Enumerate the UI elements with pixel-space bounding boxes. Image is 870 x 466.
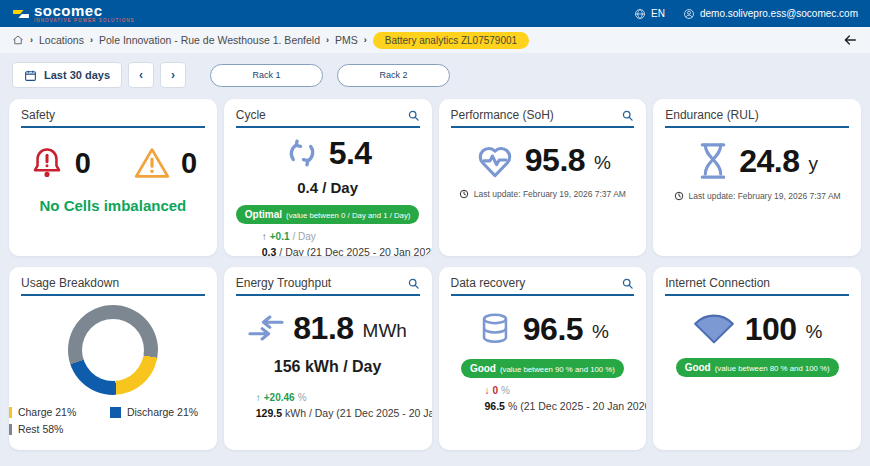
energy-value: 81.8 bbox=[293, 312, 353, 344]
breadcrumb-separator: › bbox=[30, 35, 33, 45]
rest-label: Rest 58% bbox=[18, 423, 64, 435]
data-recovery-unit: % bbox=[592, 321, 609, 343]
breadcrumb-separator: › bbox=[90, 35, 93, 45]
card-energy-throughput: Energy Troughput 81.8 MWh 156 kWh / Day … bbox=[224, 267, 432, 450]
card-internet-connection: Internet Connection 100 % Good (value be… bbox=[653, 267, 861, 450]
magnifier-icon[interactable] bbox=[621, 277, 634, 290]
soh-value: 95.8 bbox=[525, 144, 585, 176]
data-recovery-trend: ↓ 0 % bbox=[485, 385, 635, 396]
internet-value: 100 bbox=[745, 313, 797, 345]
magnifier-icon[interactable] bbox=[407, 277, 420, 290]
rack-1-button[interactable]: Rack 1 bbox=[210, 64, 323, 87]
trend-value: +0.1 bbox=[270, 231, 290, 242]
card-safety-header: Safety bbox=[21, 108, 205, 128]
last-update-text: Last update: February 19, 2026 7:37 AM bbox=[474, 189, 626, 199]
discharge-label: Discharge 21% bbox=[127, 406, 198, 418]
badge-detail: (value between 0 / Day and 1 / Day) bbox=[286, 211, 410, 220]
cycle-status-badge: Optimal (value between 0 / Day and 1 / D… bbox=[236, 205, 420, 224]
language-selector[interactable]: EN bbox=[634, 8, 665, 20]
cycle-refresh-icon bbox=[284, 137, 320, 169]
date-range-button[interactable]: Last 30 days bbox=[12, 62, 122, 88]
breadcrumb-locations[interactable]: Locations bbox=[39, 34, 84, 46]
warning-count: 0 bbox=[181, 147, 197, 180]
card-performance-header: Performance (SoH) bbox=[451, 108, 635, 128]
database-icon bbox=[476, 311, 514, 347]
cycle-value: 5.4 bbox=[329, 137, 372, 169]
card-usage-title: Usage Breakdown bbox=[21, 276, 119, 290]
history-clock-icon bbox=[674, 191, 684, 201]
trend-value: +20.46 bbox=[264, 392, 295, 403]
date-range-label: Last 30 days bbox=[44, 69, 110, 81]
legend-item-discharge: Discharge 21% bbox=[110, 406, 217, 418]
badge-label: Good bbox=[685, 362, 711, 373]
breadcrumb-current-page: Battery analytics ZL07579001 bbox=[373, 32, 529, 49]
filter-toolbar: Last 30 days ‹ › Rack 1 Rack 2 bbox=[12, 62, 858, 88]
brand-tagline: Innovative Power Solutions bbox=[34, 19, 135, 24]
trend-up-icon: ↑ bbox=[256, 392, 261, 403]
magnifier-icon[interactable] bbox=[621, 109, 634, 122]
breadcrumb-pms[interactable]: PMS bbox=[335, 34, 358, 46]
app-header: socomec Innovative Power Solutions EN de… bbox=[0, 0, 870, 27]
charge-swatch bbox=[9, 407, 12, 418]
rack-2-button[interactable]: Rack 2 bbox=[337, 64, 450, 87]
card-endurance-header: Endurance (RUL) bbox=[665, 108, 849, 128]
usage-donut-chart bbox=[68, 305, 158, 395]
home-icon[interactable] bbox=[12, 34, 24, 46]
calendar-icon bbox=[24, 69, 37, 82]
magnifier-icon[interactable] bbox=[407, 109, 420, 122]
legend-item-rest: Rest 58% bbox=[9, 423, 106, 435]
data-recovery-previous-period: 96.5% (21 Dec 2025 - 20 Jan 2026) bbox=[485, 400, 635, 412]
user-icon bbox=[683, 8, 695, 20]
next-chevron: › bbox=[171, 68, 175, 82]
compare-detail: kWh / Day (21 Dec 2025 - 20 Jan 2026) bbox=[285, 407, 431, 419]
badge-label: Good bbox=[470, 363, 496, 374]
language-label: EN bbox=[651, 8, 665, 19]
back-arrow-icon[interactable] bbox=[842, 32, 858, 48]
previous-period-button[interactable]: ‹ bbox=[128, 62, 154, 88]
breadcrumb: › Locations › Pole Innovation - Rue de W… bbox=[0, 27, 870, 53]
compare-value: 0.3 bbox=[262, 246, 277, 256]
card-safety: Safety 0 0 No Cells imba bbox=[9, 99, 217, 256]
trend-unit: / Day bbox=[293, 231, 316, 242]
wifi-icon bbox=[692, 313, 736, 345]
energy-previous-period: 129.5kWh / Day (21 Dec 2025 - 20 Jan 202… bbox=[256, 407, 420, 419]
usage-legend: Charge 21% Discharge 21% Rest 58% bbox=[21, 406, 205, 435]
breadcrumb-site[interactable]: Pole Innovation - Rue de Westhouse 1. Be… bbox=[99, 34, 320, 46]
trend-value: 0 bbox=[493, 385, 499, 396]
energy-trend: ↑ +20.46 % bbox=[256, 392, 420, 403]
card-data-recovery-header: Data recovery bbox=[451, 276, 635, 296]
warning-triangle-icon bbox=[133, 144, 171, 182]
cycle-trend: ↑ +0.1 / Day bbox=[262, 231, 420, 242]
trend-unit: % bbox=[298, 392, 307, 403]
card-internet-header: Internet Connection bbox=[665, 276, 849, 296]
card-cycle-title: Cycle bbox=[236, 108, 266, 122]
history-clock-icon bbox=[459, 189, 469, 199]
alarm-counter: 0 bbox=[29, 144, 91, 182]
endurance-last-update: Last update: February 19, 2026 7:37 AM bbox=[665, 191, 849, 201]
internet-status-badge: Good (value between 80 % and 100 %) bbox=[676, 358, 839, 377]
energy-exchange-arrows-icon bbox=[248, 315, 284, 341]
breadcrumb-separator: › bbox=[364, 35, 367, 45]
warning-counter: 0 bbox=[133, 144, 197, 182]
next-period-button[interactable]: › bbox=[160, 62, 186, 88]
card-cycle: Cycle 5.4 0.4 / Day Optimal (value betwe… bbox=[224, 99, 432, 256]
charge-label: Charge 21% bbox=[18, 406, 76, 418]
data-recovery-value: 96.5 bbox=[523, 313, 583, 345]
compare-detail: % (21 Dec 2025 - 20 Jan 2026) bbox=[508, 400, 646, 412]
data-recovery-status-badge: Good (value between 90 % and 100 %) bbox=[461, 359, 624, 378]
user-email: demo.solivepro.ess@socomec.com bbox=[700, 8, 858, 19]
internet-unit: % bbox=[806, 321, 823, 343]
user-account[interactable]: demo.solivepro.ess@socomec.com bbox=[683, 8, 858, 20]
cells-balance-status: No Cells imbalanced bbox=[21, 197, 205, 214]
compare-detail: / Day (21 Dec 2025 - 20 Jan 2026) bbox=[279, 246, 431, 256]
card-usage-header: Usage Breakdown bbox=[21, 276, 205, 296]
compare-value: 96.5 bbox=[485, 400, 505, 412]
trend-unit: % bbox=[501, 385, 510, 396]
card-safety-title: Safety bbox=[21, 108, 55, 122]
performance-last-update: Last update: February 19, 2026 7:37 AM bbox=[451, 189, 635, 199]
brand-name: socomec bbox=[34, 3, 135, 18]
card-energy-title: Energy Troughput bbox=[236, 276, 331, 290]
socomec-logo[interactable]: socomec Innovative Power Solutions bbox=[12, 3, 135, 24]
legend-item-charge: Charge 21% bbox=[9, 406, 106, 418]
card-data-recovery-title: Data recovery bbox=[451, 276, 526, 290]
